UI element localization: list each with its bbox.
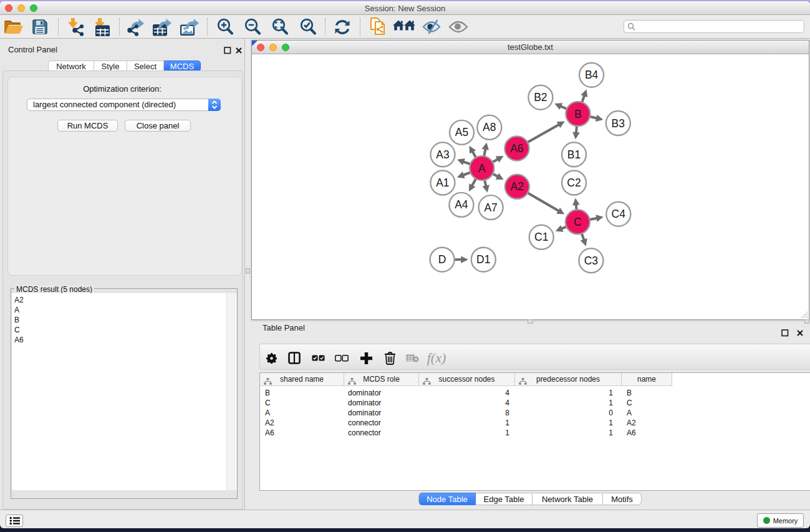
svg-text:A6: A6: [510, 142, 523, 155]
svg-text:A7: A7: [484, 201, 497, 213]
svg-text:A1: A1: [436, 177, 449, 189]
svg-text:B1: B1: [567, 148, 581, 160]
svg-text:D: D: [438, 253, 446, 266]
svg-text:B2: B2: [534, 91, 547, 104]
svg-text:A3: A3: [436, 148, 449, 160]
svg-text:A2: A2: [511, 180, 524, 193]
svg-text:B3: B3: [612, 117, 625, 129]
svg-text:A8: A8: [483, 121, 496, 133]
svg-text:B: B: [574, 107, 582, 120]
svg-text:A: A: [478, 162, 486, 174]
svg-text:C4: C4: [612, 208, 626, 220]
svg-text:C2: C2: [567, 177, 581, 189]
svg-text:C: C: [574, 215, 582, 228]
svg-text:D1: D1: [476, 253, 490, 266]
svg-text:A4: A4: [455, 198, 468, 211]
svg-text:C3: C3: [584, 254, 598, 266]
svg-text:B4: B4: [585, 69, 599, 81]
svg-text:A5: A5: [455, 126, 468, 138]
svg-text:C1: C1: [534, 231, 548, 243]
